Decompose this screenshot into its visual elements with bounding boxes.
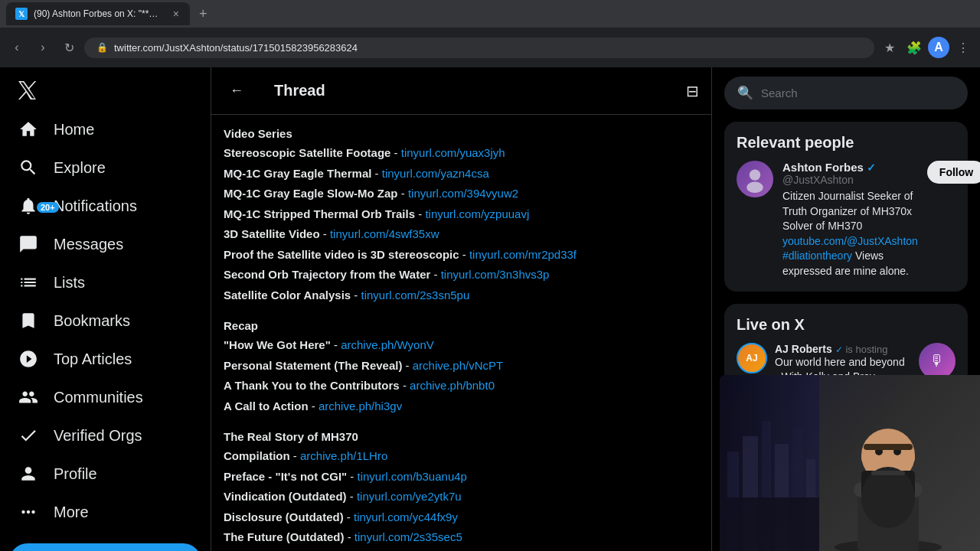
item-label: MQ-1C Gray Eagle Slow-Mo Zap	[224, 187, 398, 200]
item-link[interactable]: archive.ph/bnbt0	[410, 379, 495, 392]
browser-actions: ★ 🧩 A ⋮	[879, 37, 974, 58]
item-link[interactable]: tinyurl.com/b3uanu4p	[358, 470, 467, 483]
svg-point-21	[907, 452, 915, 464]
sidebar-label-explore: Explore	[54, 159, 106, 177]
item-link[interactable]: tinyurl.com/2s35sec5	[354, 530, 462, 543]
person-info: Ashton Forbes ✓ @JustXAshton Citizen Jou…	[782, 161, 918, 279]
live-on-x-title: Live on X	[737, 316, 956, 334]
tab-close-button[interactable]: ×	[172, 6, 181, 21]
browser-tabs: 𝕏 (90) Ashton Forbes on X: "**Mi... × +	[0, 0, 980, 28]
search-input[interactable]	[761, 86, 955, 99]
item-label: The Future (Outdated)	[224, 530, 345, 543]
item-label: Second Orb Trajectory from the Water	[224, 268, 430, 281]
item-label: Vindication (Outdated)	[224, 490, 347, 503]
thread-item: Disclosure (Outdated) - tinyurl.com/yc44…	[224, 509, 699, 527]
sidebar-label-home: Home	[54, 121, 94, 139]
address-bar[interactable]: 🔒 twitter.com/JustXAshton/status/1715015…	[84, 37, 874, 58]
item-link[interactable]: archive.ph/hi3gv	[318, 399, 402, 412]
item-link[interactable]: tinyurl.com/2s3sn5pu	[361, 289, 470, 302]
aj-status: is hosting	[845, 344, 887, 355]
extensions-button[interactable]: 🧩	[903, 37, 925, 58]
search-bar[interactable]: 🔍	[724, 77, 968, 109]
sidebar-label-verified-orgs: Verified Orgs	[54, 427, 142, 445]
address-text: twitter.com/JustXAshton/status/171501582…	[114, 42, 358, 54]
item-link[interactable]: tinyurl.com/mr2pd33f	[469, 248, 577, 261]
sidebar-item-more[interactable]: More	[9, 493, 201, 531]
active-tab[interactable]: 𝕏 (90) Ashton Forbes on X: "**Mi... ×	[6, 2, 190, 25]
bio-link-youtube[interactable]: youtube.com/@JustXAshton	[782, 235, 918, 247]
back-to-timeline-button[interactable]: ←	[224, 77, 250, 105]
item-link[interactable]: tinyurl.com/ye2ytk7u	[357, 490, 462, 503]
browser-toolbar: ‹ › ↻ 🔒 twitter.com/JustXAshton/status/1…	[0, 28, 980, 67]
svg-point-2	[750, 169, 760, 180]
svg-point-16	[861, 467, 915, 528]
back-button[interactable]: ‹	[6, 37, 28, 58]
sidebar-item-messages[interactable]: Messages	[9, 225, 201, 263]
person-avatar	[737, 161, 773, 197]
relevant-people-module: Relevant people Ashton Forbes ✓ @JustXAs…	[724, 122, 968, 292]
bookmarks-icon	[18, 311, 38, 331]
item-link[interactable]: tinyurl.com/yzpuuavj	[425, 207, 529, 220]
thread-item: Satellite Color Analysis - tinyurl.com/2…	[224, 287, 699, 305]
sidebar-item-verified-orgs[interactable]: Verified Orgs	[9, 416, 201, 455]
tab-favicon: 𝕏	[15, 8, 28, 20]
bio-link-hashtag[interactable]: #dliationtheory	[782, 249, 852, 262]
thread-section-video-series: Video SeriesStereoscopic Satellite Foota…	[224, 127, 699, 304]
sidebar-label-communities: Communities	[54, 389, 143, 406]
new-tab-button[interactable]: +	[193, 3, 214, 25]
thread-item: A Call to Action - archive.ph/hi3gv	[224, 398, 699, 416]
thread-item: 3D Satellite Video - tinyurl.com/4swf35x…	[224, 226, 699, 243]
sidebar-item-top-articles[interactable]: Top Articles	[9, 340, 201, 378]
menu-button[interactable]: ⋮	[952, 37, 974, 58]
section-title-real-story: The Real Story of MH370	[224, 430, 699, 443]
item-link[interactable]: tinyurl.com/394vyuw2	[408, 187, 518, 200]
thread-item: Personal Statement (The Reveal) - archiv…	[224, 357, 699, 375]
sidebar-item-bookmarks[interactable]: Bookmarks	[9, 302, 201, 340]
sidebar-item-notifications[interactable]: 20+Notifications	[9, 187, 201, 225]
profile-button[interactable]: A	[928, 37, 949, 58]
item-link[interactable]: archive.ph/WyonV	[341, 338, 434, 351]
item-link[interactable]: tinyurl.com/yuax3jyh	[401, 146, 505, 159]
item-label: Stereoscopic Satellite Footage	[224, 146, 390, 159]
item-link[interactable]: archive.ph/vNcPT	[413, 359, 503, 372]
sidebar-item-communities[interactable]: Communities	[9, 378, 201, 416]
video-overlay-inner	[720, 375, 980, 551]
reload-button[interactable]: ↻	[58, 37, 80, 58]
thread-item: Stereoscopic Satellite Footage - tinyurl…	[224, 145, 699, 162]
item-link[interactable]: tinyurl.com/4swf35xw	[330, 227, 439, 240]
nav-list: HomeExplore20+NotificationsMessagesLists…	[9, 110, 201, 531]
item-label: "How We Got Here"	[224, 338, 331, 351]
person-name: Ashton Forbes ✓	[782, 161, 918, 174]
item-label: Preface - "It's not CGI"	[224, 470, 347, 483]
person-card: Ashton Forbes ✓ @JustXAshton Citizen Jou…	[737, 161, 956, 279]
main-content: ← Thread ⊟ Video SeriesStereoscopic Sate…	[211, 67, 712, 551]
item-label: Proof the Satellite video is 3D stereosc…	[224, 248, 459, 261]
follow-button[interactable]: Follow	[927, 161, 980, 184]
sidebar-item-home[interactable]: Home	[9, 110, 201, 148]
bookmark-button[interactable]: ★	[879, 37, 900, 58]
messages-icon	[18, 234, 38, 254]
item-link[interactable]: tinyurl.com/yazn4csa	[382, 167, 489, 180]
thread-item: Preface - "It's not CGI" - tinyurl.com/b…	[224, 468, 699, 486]
aj-avatar: AJ	[737, 343, 767, 373]
sidebar-item-profile[interactable]: Profile	[9, 455, 201, 493]
x-logo[interactable]	[9, 73, 46, 107]
item-link[interactable]: archive.ph/1LHro	[300, 449, 387, 462]
svg-rect-22	[871, 471, 905, 475]
video-overlay[interactable]	[720, 375, 980, 551]
sidebar-item-explore[interactable]: Explore	[9, 148, 201, 187]
explore-icon	[18, 158, 38, 178]
thread-title: Thread	[274, 82, 662, 99]
post-button[interactable]: Post	[9, 543, 201, 551]
sidebar-item-lists[interactable]: Lists	[9, 263, 201, 302]
svg-point-3	[746, 182, 763, 193]
item-link[interactable]: tinyurl.com/yc44fx9y	[354, 510, 458, 523]
sidebar: HomeExplore20+NotificationsMessagesLists…	[0, 67, 211, 551]
notifications-icon: 20+	[18, 196, 38, 216]
item-link[interactable]: tinyurl.com/3n3hvs3p	[441, 268, 550, 281]
aj-live-icon: 🎙	[919, 343, 956, 380]
thread-header: ← Thread ⊟	[211, 67, 711, 115]
layout-toggle-icon[interactable]: ⊟	[686, 82, 699, 100]
item-label: MQ-1C Gray Eagle Thermal	[224, 167, 371, 180]
forward-button[interactable]: ›	[32, 37, 54, 58]
